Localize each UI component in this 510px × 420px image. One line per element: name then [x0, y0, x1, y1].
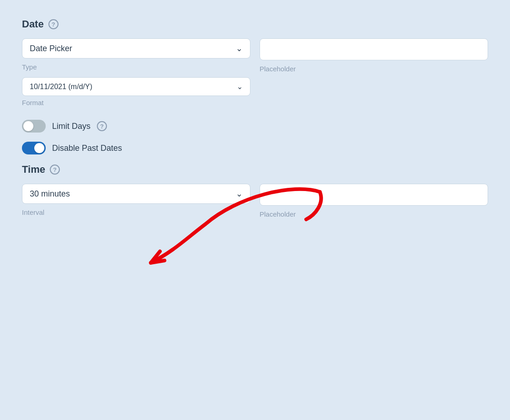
format-select-value: 10/11/2021 (m/d/Y): [30, 83, 92, 91]
limit-days-label: Limit Days: [52, 122, 90, 131]
divider-1: [22, 111, 488, 120]
date-section-title: Date ?: [22, 18, 488, 30]
interval-select-chevron: ⌄: [236, 189, 243, 199]
date-help-icon[interactable]: ?: [48, 19, 58, 29]
limit-days-help-icon[interactable]: ?: [97, 121, 107, 131]
type-label: Type: [22, 63, 250, 71]
disable-past-dates-row: Disable Past Dates: [22, 142, 488, 154]
time-section: Time ? 30 minutes ⌄ Interval Placeholder: [22, 164, 488, 218]
format-label: Format: [22, 99, 44, 106]
type-placeholder-row: Date Picker ⌄ Type Placeholder: [22, 38, 488, 73]
type-select-chevron: ⌄: [236, 43, 243, 53]
type-select-value: Date Picker: [30, 44, 72, 53]
type-select[interactable]: Date Picker ⌄: [22, 38, 250, 58]
interval-select-value: 30 minutes: [30, 189, 70, 199]
interval-placeholder-row: 30 minutes ⌄ Interval Placeholder: [22, 184, 488, 218]
placeholder-input[interactable]: [260, 38, 488, 60]
time-placeholder-label: Placeholder: [260, 210, 488, 218]
time-title-text: Time: [22, 164, 45, 175]
format-select-chevron: ⌄: [237, 82, 243, 91]
time-section-title: Time ?: [22, 164, 488, 175]
date-title-text: Date: [22, 18, 44, 30]
limit-days-toggle[interactable]: [22, 120, 46, 133]
format-section: 10/11/2021 (m/d/Y) ⌄ Format: [22, 77, 488, 107]
type-field-group: Date Picker ⌄ Type: [22, 38, 250, 73]
placeholder-field-group: Placeholder: [260, 38, 488, 73]
format-select[interactable]: 10/11/2021 (m/d/Y) ⌄: [22, 77, 250, 96]
time-placeholder-input[interactable]: [260, 184, 488, 206]
interval-select[interactable]: 30 minutes ⌄: [22, 184, 250, 204]
time-placeholder-field-group: Placeholder: [260, 184, 488, 218]
placeholder-label: Placeholder: [260, 65, 488, 73]
disable-past-dates-toggle[interactable]: [22, 142, 46, 154]
time-help-icon[interactable]: ?: [50, 165, 60, 175]
disable-past-dates-slider: [22, 142, 46, 154]
limit-days-row: Limit Days ?: [22, 120, 488, 133]
disable-past-dates-label: Disable Past Dates: [52, 144, 122, 153]
interval-label: Interval: [22, 208, 250, 216]
interval-field-group: 30 minutes ⌄ Interval: [22, 184, 250, 218]
limit-days-slider: [22, 120, 46, 133]
